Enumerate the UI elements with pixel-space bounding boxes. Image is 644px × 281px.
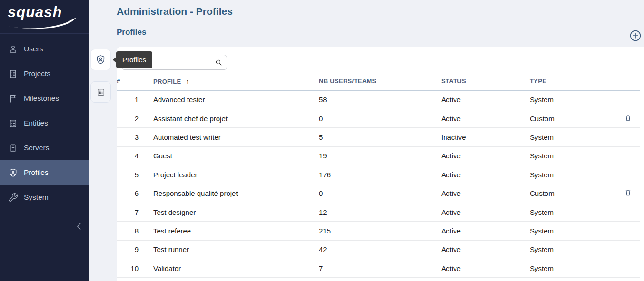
plus-circle-icon[interactable] xyxy=(629,29,642,42)
cell-type: System xyxy=(530,90,624,109)
cell-status: Active xyxy=(441,222,530,240)
clipboard-icon xyxy=(8,118,18,128)
cell-type: System xyxy=(530,165,624,184)
sidebar-item-servers[interactable]: Servers xyxy=(0,136,89,160)
cell-nb-users-teams: 5 xyxy=(319,128,441,146)
column-header-profile[interactable]: PROFILE↑ xyxy=(141,72,319,90)
cell-nb-users-teams: 42 xyxy=(319,240,441,259)
sidebar-item-milestones[interactable]: Milestones xyxy=(0,86,89,111)
sidebar-item-projects[interactable]: Projects xyxy=(0,61,89,86)
cell-profile: Project leader xyxy=(141,165,319,184)
sidebar-item-label: Servers xyxy=(24,144,49,152)
sidebar-item-system[interactable]: System xyxy=(0,185,89,210)
sidebar-item-label: Profiles xyxy=(24,168,49,177)
cell-nb-users-teams: 7 xyxy=(319,259,441,278)
trash-icon[interactable] xyxy=(624,113,632,123)
user-icon xyxy=(8,44,18,54)
column-header-nb-users[interactable]: NB USERS/TEAMS xyxy=(319,72,441,90)
cell-nb-users-teams: 12 xyxy=(319,203,441,221)
section-title: Profiles xyxy=(117,28,146,37)
cell-actions xyxy=(624,146,640,165)
cell-status: Active xyxy=(441,184,530,203)
sidebar-item-users[interactable]: Users xyxy=(0,37,89,61)
cell-actions xyxy=(624,184,640,203)
cell-type: Custom xyxy=(530,109,624,127)
table-row[interactable]: 1 Advanced tester 58 Active System xyxy=(117,90,640,109)
column-header-status[interactable]: STATUS xyxy=(441,72,530,90)
cell-status: Active xyxy=(441,146,530,165)
cell-profile: Validator xyxy=(141,259,319,278)
cell-profile: Test referee xyxy=(141,222,319,240)
table-row[interactable]: 5 Project leader 176 Active System xyxy=(117,165,640,184)
cell-type: System xyxy=(530,203,624,221)
cell-nb-users-teams: 176 xyxy=(319,165,441,184)
cell-status: Inactive xyxy=(441,128,530,146)
rail-profiles-button[interactable] xyxy=(90,49,111,70)
wrench-icon xyxy=(8,193,18,203)
table-row[interactable]: 3 Automated test writer 5 Inactive Syste… xyxy=(117,128,640,146)
cell-nb-users-teams: 215 xyxy=(319,222,441,240)
search-icon[interactable] xyxy=(210,55,227,69)
cell-type: System xyxy=(530,222,624,240)
cell-profile: Assistant chef de projet xyxy=(141,109,319,127)
table-row[interactable]: 6 Responsable qualité projet 0 Active Cu… xyxy=(117,184,640,203)
cell-index: 5 xyxy=(117,165,141,184)
table-body: 1 Advanced tester 58 Active System 2 Ass… xyxy=(117,90,640,278)
sidebar-nav: Users Projects Milestones Entities Serve… xyxy=(0,37,89,210)
cell-status: Active xyxy=(441,109,530,127)
sidebar-item-profiles[interactable]: Profiles xyxy=(0,160,89,185)
column-header-type[interactable]: TYPE xyxy=(530,72,624,90)
cell-profile: Advanced tester xyxy=(141,90,319,109)
sidebar-item-label: Milestones xyxy=(24,94,59,103)
cell-profile: Guest xyxy=(141,146,319,165)
cell-status: Active xyxy=(441,259,530,278)
cell-profile: Responsable qualité projet xyxy=(141,184,319,203)
cell-actions xyxy=(624,240,640,259)
cell-index: 6 xyxy=(117,184,141,203)
table-row[interactable]: 8 Test referee 215 Active System xyxy=(117,222,640,240)
cell-status: Active xyxy=(441,203,530,221)
cell-type: System xyxy=(530,146,624,165)
cell-type: System xyxy=(530,128,624,146)
sidebar-item-entities[interactable]: Entities xyxy=(0,111,89,136)
table-row[interactable]: 2 Assistant chef de projet 0 Active Cust… xyxy=(117,109,640,127)
shield-user-icon xyxy=(95,54,106,65)
cell-index: 9 xyxy=(117,240,141,259)
cell-nb-users-teams: 19 xyxy=(319,146,441,165)
cell-type: Custom xyxy=(530,184,624,203)
profiles-panel: # PROFILE↑ NB USERS/TEAMS STATUS TYPE 1 … xyxy=(117,47,644,281)
table-row[interactable]: 7 Test designer 12 Active System xyxy=(117,203,640,221)
flag-icon xyxy=(8,94,18,104)
document-icon xyxy=(8,69,18,79)
page-title: Administration - Profiles xyxy=(117,6,233,17)
sort-asc-icon: ↑ xyxy=(186,78,189,85)
sidebar-item-label: System xyxy=(24,193,49,202)
cell-actions xyxy=(624,128,640,146)
cell-index: 10 xyxy=(117,259,141,278)
profiles-tooltip: Profiles xyxy=(116,51,152,68)
cell-actions xyxy=(624,90,640,109)
cell-nb-users-teams: 0 xyxy=(319,184,441,203)
table-header-row: # PROFILE↑ NB USERS/TEAMS STATUS TYPE xyxy=(117,72,640,90)
table-row[interactable]: 10 Validator 7 Active System xyxy=(117,259,640,278)
cell-index: 2 xyxy=(117,109,141,127)
column-header-index[interactable]: # xyxy=(117,72,141,90)
rail-grid-button[interactable] xyxy=(90,81,111,103)
cell-profile: Test runner xyxy=(141,240,319,259)
cell-type: System xyxy=(530,240,624,259)
squash-logo[interactable]: squash xyxy=(0,0,89,34)
cell-actions xyxy=(624,203,640,221)
shield-user-icon xyxy=(8,168,18,178)
chevron-left-icon[interactable] xyxy=(73,220,85,233)
sidebar-item-label: Projects xyxy=(24,69,50,78)
cell-index: 8 xyxy=(117,222,141,240)
server-icon xyxy=(8,143,18,153)
trash-icon[interactable] xyxy=(624,188,632,197)
table-row[interactable]: 9 Test runner 42 Active System xyxy=(117,240,640,259)
table-row[interactable]: 4 Guest 19 Active System xyxy=(117,146,640,165)
cell-status: Active xyxy=(441,90,530,109)
cell-type: System xyxy=(530,259,624,278)
sidebar-item-label: Entities xyxy=(24,119,48,127)
cell-nb-users-teams: 0 xyxy=(319,109,441,127)
cell-status: Active xyxy=(441,240,530,259)
